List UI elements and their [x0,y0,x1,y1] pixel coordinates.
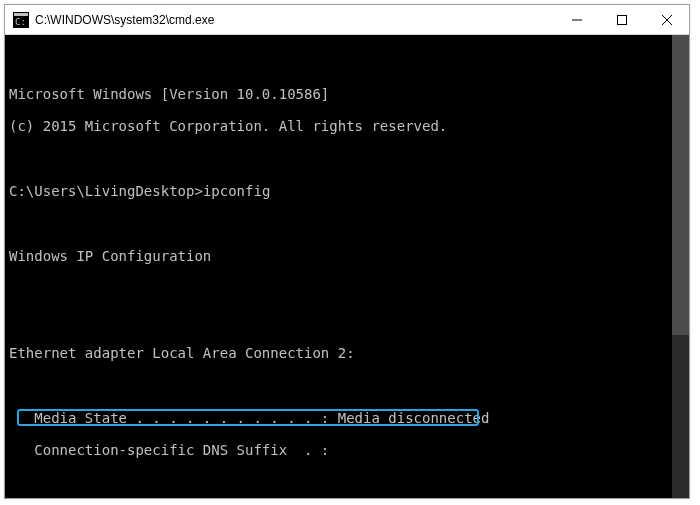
blank-line [9,474,687,490]
adapter-header: Ethernet adapter Local Area Connection 2… [9,345,687,361]
section-heading: Windows IP Configuration [9,248,687,264]
terminal-content: Microsoft Windows [Version 10.0.10586] (… [9,69,687,498]
blank-line [9,150,687,166]
blank-line [9,280,687,296]
maximize-button[interactable] [599,5,644,34]
vertical-scrollbar[interactable] [672,35,689,498]
window-title: C:\WINDOWS\system32\cmd.exe [35,13,554,27]
svg-text:C:: C: [15,17,26,27]
window-controls [554,5,689,34]
close-button[interactable] [644,5,689,34]
scroll-thumb[interactable] [672,35,689,335]
minimize-button[interactable] [554,5,599,34]
typed-command: ipconfig [203,183,270,199]
titlebar[interactable]: C: C:\WINDOWS\system32\cmd.exe [5,5,689,35]
cmd-window: C: C:\WINDOWS\system32\cmd.exe Microsoft… [4,4,690,499]
cmd-icon: C: [13,12,29,28]
adapter-field: Media State . . . . . . . . . . . : Medi… [9,410,687,426]
blank-line [9,215,687,231]
banner-line: Microsoft Windows [Version 10.0.10586] [9,86,687,102]
blank-line [9,377,687,393]
adapter-field: Connection-specific DNS Suffix . : [9,442,687,458]
svg-rect-4 [617,15,626,24]
blank-line [9,312,687,328]
terminal-viewport[interactable]: Microsoft Windows [Version 10.0.10586] (… [5,35,689,498]
prompt-path: C:\Users\LivingDesktop> [9,183,203,199]
prompt-line: C:\Users\LivingDesktop>ipconfig [9,183,687,199]
banner-line: (c) 2015 Microsoft Corporation. All righ… [9,118,687,134]
svg-rect-1 [14,13,28,16]
